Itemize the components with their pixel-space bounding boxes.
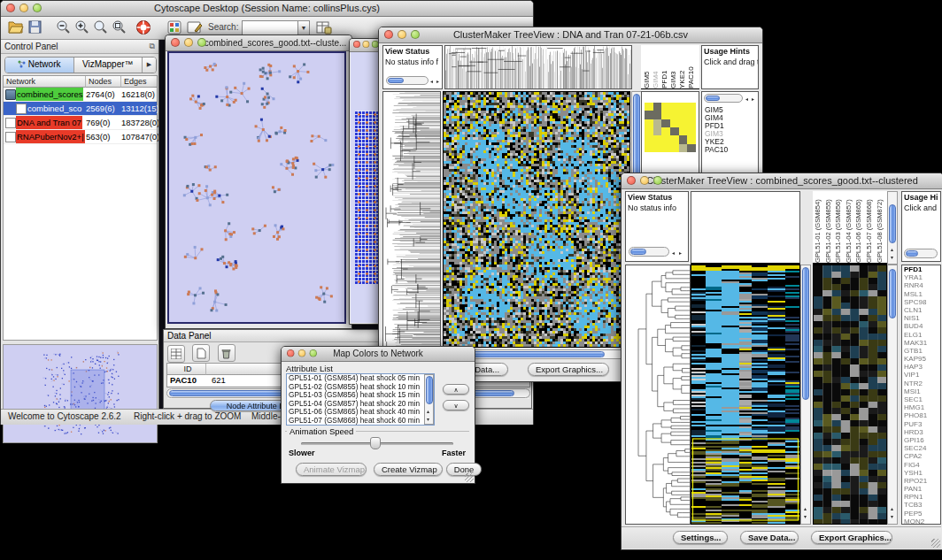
speed-slider-thumb[interactable] (370, 437, 381, 449)
network-table-row[interactable]: DNA and Tran 07769(0)183728(0) (4, 116, 157, 130)
treeview2-titlebar[interactable]: ClusterMaker TreeView : combined_scores_… (622, 173, 942, 189)
tv1-column-label[interactable]: PAC10 (687, 48, 696, 88)
birdseye-canvas[interactable] (4, 345, 157, 442)
select-attributes-icon[interactable] (167, 345, 185, 363)
zoom-button[interactable] (310, 349, 318, 357)
attr-scroll-up[interactable]: ▴ (427, 409, 429, 414)
gene-label[interactable]: PAN1 (904, 485, 940, 493)
tv1-zoom-matrix[interactable] (645, 103, 696, 152)
help-lifering-icon[interactable] (135, 19, 151, 35)
zoom-button[interactable] (197, 38, 206, 47)
minimize-button[interactable] (362, 41, 369, 48)
close-button[interactable] (384, 30, 393, 39)
close-button[interactable] (6, 4, 15, 12)
tv1-heatmap[interactable] (443, 91, 630, 348)
tv1-labels-hscroll[interactable] (704, 94, 743, 103)
tv1-column-label[interactable]: GIM4 (652, 48, 660, 88)
attribute-browser-icon[interactable] (316, 20, 332, 35)
tv1-column-label[interactable]: PFD1 (660, 48, 669, 88)
attr-scroll-down[interactable]: ▾ (427, 417, 429, 422)
gene-label[interactable]: MAK31 (904, 339, 940, 347)
tv2-column-label[interactable]: GPL51-06 (GSM865) (854, 191, 865, 263)
tv1-status-right-arrow[interactable]: ▸ (436, 79, 439, 84)
close-button[interactable] (287, 349, 295, 357)
gene-label[interactable]: RNR4 (904, 281, 940, 289)
tv2-column-label[interactable]: GPL51-07 (GSM868) (865, 191, 876, 263)
tv1-status-left-arrow[interactable]: ◂ (430, 79, 433, 84)
attribute-list-item[interactable]: GPL51-03 (GSM856) heat shock 15 min (289, 391, 421, 400)
gene-label[interactable]: SEC1 (904, 395, 940, 403)
network-table-row[interactable]: combined_sco2569(6)13112(15) (4, 102, 157, 116)
tv1-labels-left-arrow[interactable]: ◂ (745, 96, 748, 102)
tv2-hints-hscroll[interactable] (904, 249, 938, 258)
zoom-button[interactable] (653, 176, 662, 185)
cytoscape-titlebar[interactable]: Cytoscape Desktop (Session Name: collins… (1, 1, 533, 17)
gene-label[interactable]: YSH1 (904, 469, 940, 477)
gene-label[interactable]: CPA2 (904, 452, 940, 460)
gene-label[interactable]: TCB3 (904, 501, 940, 509)
resize-grip[interactable] (465, 473, 474, 482)
tv1-column-label[interactable]: YKE2 (678, 48, 687, 88)
tv2-button-save-data-[interactable]: Save Data... (740, 531, 799, 544)
gene-label[interactable]: HAP3 (904, 363, 940, 371)
plugins-icon[interactable] (167, 20, 181, 35)
tv2-resize-grip[interactable] (931, 539, 940, 548)
close-button[interactable] (353, 41, 360, 48)
gene-label[interactable]: RPO21 (904, 477, 940, 485)
tab-vizmapper[interactable]: VizMapper™ (74, 58, 143, 73)
new-attribute-icon[interactable] (192, 344, 210, 362)
minimize-button[interactable] (19, 4, 28, 12)
search-input[interactable] (242, 20, 300, 35)
tv1-row-label[interactable]: PAC10 (705, 146, 728, 154)
tv1-button-export-graphics-[interactable]: Export Graphics... (528, 363, 609, 376)
tv1-labels-right-arrow[interactable]: ▸ (752, 96, 754, 102)
tv2-vscroll-up[interactable]: ▴ (804, 506, 807, 511)
tv2-vscrollbar[interactable]: ▴ ▾ (800, 265, 811, 525)
tv2-gene-scroll-down[interactable]: ▾ (891, 514, 893, 519)
map-dialog-titlebar[interactable]: Map Colors to Network (282, 347, 475, 362)
tv2-header-scroll-down[interactable]: ▾ (891, 255, 893, 260)
float-panel-icon[interactable]: ⧉ (150, 42, 155, 51)
network-view-titlebar[interactable]: combined_scores_good.txt--cluste... (166, 35, 351, 51)
gene-label[interactable]: BUD4 (904, 322, 940, 330)
gene-label[interactable]: PHO81 (904, 411, 940, 419)
zoom-button[interactable] (33, 4, 42, 12)
animate-vizmap-button[interactable]: Animate Vizmap (296, 463, 367, 476)
attribute-list-item[interactable]: GPL51-01 (GSM854) heat shock 05 min (289, 374, 421, 383)
zoom-button[interactable] (411, 30, 420, 39)
tabs-overflow-button[interactable]: ▶ (143, 58, 156, 73)
attribute-list-item[interactable]: GPL51-07 (GSM868) heat shock 60 min (289, 417, 421, 426)
gene-label[interactable]: MSI1 (904, 387, 940, 395)
tv1-row-dendrogram[interactable] (382, 91, 441, 348)
attribute-list-item[interactable]: GPL51-04 (GSM857) heat shock 20 min (289, 400, 421, 409)
tv2-column-label[interactable]: GPL51-03 (GSM856) (834, 191, 845, 263)
zoom-fit-icon[interactable] (93, 19, 109, 35)
zoom-selected-icon[interactable] (112, 19, 127, 35)
create-vizmap-button[interactable]: Create Vizmap (374, 463, 443, 476)
gene-label[interactable]: PFD1 (904, 265, 940, 273)
tv2-status-left-arrow[interactable]: ◂ (672, 250, 675, 256)
tv2-header-scroll-up[interactable]: ▴ (891, 247, 893, 252)
gene-label[interactable]: MON2 (904, 518, 940, 525)
tv2-column-label[interactable]: GPL51-01 (GSM854) (814, 191, 824, 263)
zoom-in-icon[interactable] (74, 19, 90, 35)
column-header-nodes[interactable]: Nodes (86, 76, 121, 88)
gene-label[interactable]: PUF3 (904, 420, 940, 428)
zoom-out-icon[interactable] (56, 19, 72, 35)
gene-label[interactable]: VIP1 (904, 371, 940, 379)
column-header-edges[interactable]: Edges (121, 76, 157, 88)
attribute-list-item[interactable]: GPL51-06 (GSM865) heat shock 40 min (289, 408, 421, 417)
attribute-list-vscroll[interactable]: ▴ ▾ (424, 374, 434, 425)
gene-label[interactable]: NIS1 (904, 314, 940, 322)
tv2-zoom-heatmap[interactable] (813, 265, 887, 525)
tv2-column-label[interactable]: GPL51-08 (GSM872) (876, 191, 886, 263)
gene-label[interactable]: PEP5 (904, 510, 940, 518)
minimize-button[interactable] (298, 349, 306, 357)
gene-label[interactable]: NTR2 (904, 380, 940, 387)
gene-label[interactable]: FIG4 (904, 461, 940, 469)
tv2-header-vscroll[interactable]: ▴ ▾ (887, 191, 898, 265)
tv2-gene-vscroll[interactable]: ▴ ▾ (887, 265, 898, 525)
tv2-heatmap[interactable] (691, 265, 800, 525)
gene-label[interactable]: SPC98 (904, 298, 940, 306)
tv2-row-dendrogram[interactable] (625, 265, 691, 525)
